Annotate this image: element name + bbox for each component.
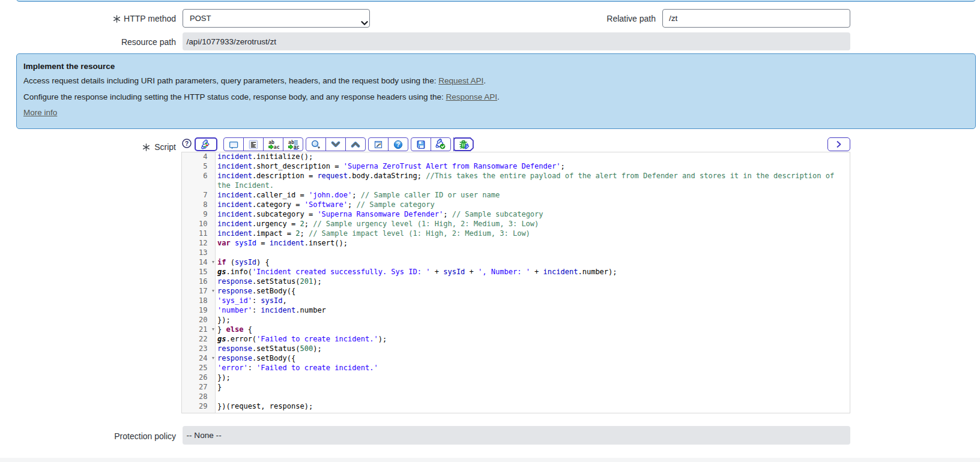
line-number: 15 (199, 267, 207, 277)
code-text: } (216, 382, 850, 392)
replace-button[interactable] (263, 138, 283, 151)
syntax-editor-toggle-icon (201, 140, 211, 149)
script-help-icon[interactable]: ? (182, 139, 192, 148)
toggle-fullscreen-button[interactable] (827, 137, 850, 151)
find-previous-button[interactable] (345, 138, 365, 151)
response-api-link[interactable]: Response API (446, 92, 497, 101)
syntax-check-button[interactable] (431, 138, 450, 151)
code-text: 'sys_id': sysId, (216, 296, 850, 305)
code-line-6: 6incident.description = request.body.dat… (182, 171, 850, 190)
http-method-select[interactable]: POST (183, 9, 370, 28)
code-line-12: 12var sysId = incident.insert(); (182, 238, 850, 248)
code-text: response.setStatus(201); (216, 277, 850, 286)
scripted-rest-resource-form: HTTP method POST Relative path Resource … (0, 0, 980, 462)
line-number: 6 (203, 171, 207, 181)
resource-path-label: Resource path (65, 37, 176, 47)
format-code-button[interactable] (243, 138, 263, 151)
syntax-editor-toggle-button[interactable] (196, 139, 216, 150)
http-method-label: HTTP method (65, 14, 176, 23)
line-number: 4 (203, 152, 207, 161)
code-text: incident.short_description = 'Superna Ze… (216, 161, 850, 171)
code-line-18: 18'sys_id': sysId, (182, 296, 850, 305)
code-line-13: 13 (182, 248, 850, 257)
script-label: Script (65, 142, 176, 152)
search-icon (311, 140, 321, 149)
line-number: 18 (199, 296, 207, 305)
save-icon (416, 140, 426, 149)
code-text: 'number': incident.number (216, 305, 850, 315)
line-number: 27 (199, 382, 207, 392)
code-line-14: 14if (sysId) { (182, 257, 850, 267)
debug-button[interactable] (453, 137, 474, 151)
line-number: 23 (199, 344, 207, 353)
find-previous-icon (351, 140, 360, 149)
code-line-15: 15gs.info('Incident created successfully… (182, 267, 850, 277)
request-api-link[interactable]: Request API (438, 76, 483, 85)
code-line-4: 4incident.initialize(); (182, 152, 850, 161)
implement-resource-annotation: Implement the resource Access request de… (16, 53, 976, 129)
code-text: incident.subcategory = 'Superna Ransomwa… (216, 209, 850, 219)
fold-marker-icon[interactable] (212, 357, 214, 359)
relative-path-label: Relative path (545, 14, 656, 23)
line-number: 11 (199, 229, 207, 238)
code-line-27: 27} (182, 382, 850, 392)
code-line-29: 29})(request, response); (182, 401, 850, 411)
code-line-25: 25'error': 'Failed to create incident.' (182, 363, 850, 373)
svg-text:?: ? (185, 140, 189, 147)
editor-help-button[interactable] (388, 138, 408, 151)
code-line-19: 19'number': incident.number (182, 305, 850, 315)
code-text: response.setBody({ (216, 286, 850, 296)
save-button[interactable] (411, 138, 431, 151)
code-text: incident.impact = 2; // Sample impact le… (216, 229, 850, 238)
protection-policy-label: Protection policy (65, 431, 176, 441)
line-number: 7 (203, 190, 207, 200)
code-text: }); (216, 373, 850, 382)
code-text (216, 392, 850, 401)
open-in-new-window-button[interactable] (369, 138, 388, 151)
syntax-check-icon (436, 140, 446, 149)
toggle-comment-button[interactable] (224, 138, 243, 151)
code-line-11: 11incident.impact = 2; // Sample impact … (182, 229, 850, 238)
code-line-7: 7incident.caller_id = 'john.doe'; // Sam… (182, 190, 850, 200)
code-text: incident.category = 'Software'; // Sampl… (216, 200, 850, 209)
line-number: 10 (199, 219, 207, 229)
section-divider-band (0, 458, 980, 462)
code-line-16: 16response.setStatus(201); (182, 277, 850, 286)
replace-all-button[interactable] (283, 138, 303, 151)
code-line-17: 17response.setBody({ (182, 286, 850, 296)
code-text: gs.error('Failed to create incident.'); (216, 334, 850, 344)
chevron-down-icon (361, 17, 368, 28)
code-text: var sysId = incident.insert(); (216, 238, 850, 248)
fold-marker-icon[interactable] (212, 328, 214, 331)
line-number: 24 (199, 353, 207, 363)
code-text: incident.caller_id = 'john.doe'; // Samp… (216, 190, 850, 200)
more-info-link[interactable]: More info (23, 105, 57, 121)
code-line-28: 28 (182, 392, 850, 401)
script-code-editor[interactable]: 4incident.initialize();5incident.short_d… (181, 152, 850, 413)
find-next-button[interactable] (325, 138, 345, 151)
top-annotation-box (16, 0, 976, 2)
code-text: response.setBody({ (216, 353, 850, 363)
line-number: 28 (199, 392, 207, 401)
format-code-icon (249, 140, 258, 149)
line-number: 16 (199, 277, 207, 286)
code-line-9: 9incident.subcategory = 'Superna Ransomw… (182, 209, 850, 219)
protection-policy-value: -- None -- (183, 426, 850, 445)
fold-marker-icon[interactable] (212, 261, 214, 263)
editor-help-icon (393, 140, 403, 149)
code-text: gs.info('Incident created successfully. … (216, 267, 850, 277)
search-button[interactable] (306, 138, 325, 151)
find-next-icon (331, 140, 340, 149)
toggle-comment-icon (229, 140, 238, 149)
code-line-10: 10incident.urgency = 2; // Sample urgenc… (182, 219, 850, 229)
open-in-new-window-icon (374, 140, 383, 149)
line-number: 13 (199, 248, 207, 257)
code-text (216, 248, 850, 257)
fold-marker-icon[interactable] (212, 290, 214, 292)
line-number: 9 (203, 209, 207, 219)
code-line-26: 26}); (182, 373, 850, 382)
line-number: 26 (199, 373, 207, 382)
code-text: incident.urgency = 2; // Sample urgency … (216, 219, 850, 229)
code-text: incident.description = request.body.data… (216, 171, 850, 190)
relative-path-input[interactable] (662, 9, 850, 28)
